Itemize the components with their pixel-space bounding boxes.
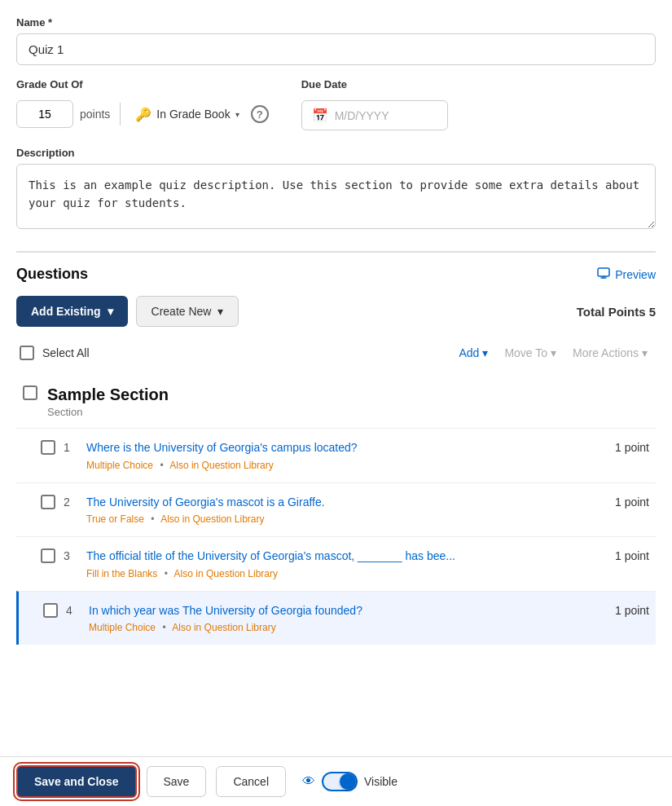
visible-label: Visible (364, 775, 397, 788)
cancel-button[interactable]: Cancel (216, 766, 286, 797)
q2-checkbox[interactable] (41, 495, 55, 509)
table-row: 2 The University of Georgia's mascot is … (16, 482, 656, 537)
q4-points: 1 point (615, 603, 649, 617)
preview-label: Preview (615, 268, 656, 281)
due-date-label: Due Date (301, 78, 448, 90)
calendar-icon: 📅 (312, 108, 328, 123)
q3-dot: • (165, 568, 168, 579)
q4-type: Multiple Choice (89, 622, 156, 633)
grade-book-chevron-icon: ▾ (235, 110, 239, 119)
grade-book-button[interactable]: 🔑 In Grade Book ▾ (130, 104, 244, 126)
q3-meta: Fill in the Blanks • Also in Question Li… (86, 568, 599, 579)
q1-content: Where is the University of Georgia's cam… (86, 440, 599, 471)
create-new-label: Create New (152, 305, 212, 318)
eye-icon: 👁 (302, 774, 315, 789)
due-date-placeholder: M/D/YYYY (335, 109, 389, 122)
description-textarea[interactable]: This is an example quiz description. Use… (16, 164, 656, 229)
visible-toggle-knob (340, 773, 356, 790)
save-and-close-button[interactable]: Save and Close (16, 765, 137, 798)
add-existing-button[interactable]: Add Existing ▾ (16, 296, 128, 327)
q4-content: In which year was The University of Geor… (89, 603, 599, 634)
q1-library: Also in Question Library (169, 460, 273, 471)
name-label: Name * (16, 16, 656, 29)
move-to-button[interactable]: Move To ▾ (499, 343, 561, 363)
name-input[interactable] (16, 33, 656, 65)
more-actions-chevron-icon: ▾ (642, 346, 648, 359)
q2-number: 2 (64, 495, 78, 509)
section-divider (16, 251, 656, 253)
move-to-chevron-icon: ▾ (551, 346, 556, 359)
section-tag: Section (47, 406, 169, 418)
q1-number: 1 (64, 440, 78, 454)
create-new-chevron-icon: ▾ (217, 305, 223, 318)
preview-icon (597, 266, 610, 282)
help-icon[interactable]: ? (251, 105, 269, 123)
preview-button[interactable]: Preview (597, 266, 656, 282)
q3-library: Also in Question Library (174, 568, 278, 579)
visible-toggle[interactable]: 👁 Visible (302, 772, 397, 791)
q2-title[interactable]: The University of Georgia's mascot is a … (86, 495, 325, 509)
q4-title[interactable]: In which year was The University of Geor… (89, 604, 362, 617)
q3-number: 3 (64, 548, 78, 562)
points-suffix: points (80, 108, 110, 121)
q4-number: 4 (66, 603, 81, 617)
q1-meta: Multiple Choice • Also in Question Libra… (86, 460, 599, 471)
section-checkbox[interactable] (23, 385, 37, 400)
select-all-label[interactable]: Select All (42, 346, 90, 359)
q1-title[interactable]: Where is the University of Georgia's cam… (86, 441, 358, 454)
more-actions-button[interactable]: More Actions ▾ (568, 343, 652, 363)
q2-points: 1 point (615, 495, 649, 509)
grade-value-input[interactable] (16, 100, 73, 128)
q3-title[interactable]: The official title of the University of … (86, 549, 455, 562)
add-toolbar-label: Add (459, 346, 479, 359)
q3-points: 1 point (615, 548, 649, 562)
q1-points: 1 point (615, 440, 649, 454)
q2-meta: True or False • Also in Question Library (86, 513, 599, 525)
create-new-button[interactable]: Create New ▾ (136, 296, 239, 327)
more-actions-label: More Actions (573, 346, 639, 359)
grade-book-label: In Grade Book (156, 108, 230, 121)
visible-toggle-track[interactable] (322, 772, 358, 791)
add-existing-label: Add Existing (31, 305, 101, 318)
q2-library: Also in Question Library (160, 513, 264, 525)
questions-title: Questions (16, 266, 88, 283)
divider (120, 103, 121, 126)
q1-type: Multiple Choice (86, 460, 153, 471)
q2-type: True or False (86, 513, 144, 525)
key-icon: 🔑 (135, 107, 152, 122)
q3-content: The official title of the University of … (86, 548, 599, 579)
q3-type: Fill in the Blanks (86, 568, 157, 579)
q1-dot: • (160, 460, 163, 471)
due-date-input[interactable]: 📅 M/D/YYYY (301, 100, 448, 130)
q4-library: Also in Question Library (172, 622, 275, 633)
q1-checkbox[interactable] (41, 440, 55, 455)
total-points-label: Total Points 5 (577, 305, 656, 319)
add-toolbar-chevron-icon: ▾ (482, 346, 488, 359)
save-button[interactable]: Save (147, 766, 207, 797)
q2-dot: • (151, 513, 154, 525)
table-row: 1 Where is the University of Georgia's c… (16, 428, 656, 482)
questions-list: 1 Where is the University of Georgia's c… (16, 428, 656, 645)
q4-checkbox[interactable] (43, 603, 58, 618)
add-toolbar-button[interactable]: Add ▾ (454, 343, 493, 363)
table-row: 3 The official title of the University o… (16, 536, 656, 591)
select-all-checkbox[interactable] (20, 346, 34, 360)
table-row: 4 In which year was The University of Ge… (16, 591, 656, 645)
q3-checkbox[interactable] (41, 548, 55, 563)
bottom-bar: Save and Close Save Cancel 👁 Visible (0, 756, 672, 806)
svg-rect-0 (598, 268, 609, 276)
sample-section: Sample Section Section 1 Where is the Un… (16, 376, 656, 645)
add-existing-chevron-icon: ▾ (108, 305, 113, 318)
description-label: Description (16, 147, 656, 159)
q2-content: The University of Georgia's mascot is a … (86, 495, 599, 526)
q4-meta: Multiple Choice • Also in Question Libra… (89, 622, 599, 633)
move-to-label: Move To (504, 346, 547, 359)
q4-dot: • (162, 622, 165, 633)
section-title: Sample Section (47, 385, 169, 404)
grade-out-of-label: Grade Out Of (16, 78, 269, 90)
